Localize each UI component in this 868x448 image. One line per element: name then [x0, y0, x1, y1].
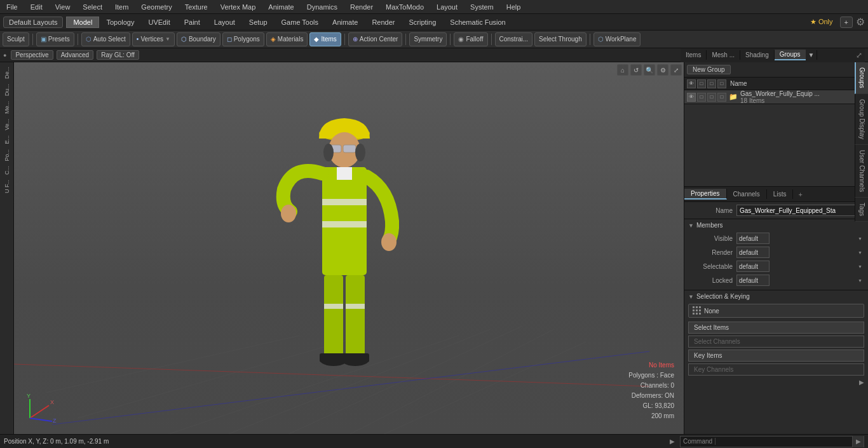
sel-keying-header[interactable]: ▼ Selection & Keying [688, 293, 864, 300]
menu-vertex-map[interactable]: Vertex Map [214, 2, 262, 12]
tab-uvedit[interactable]: UVEdit [141, 17, 177, 28]
left-tool-c[interactable]: C... [3, 164, 11, 177]
menu-view[interactable]: View [49, 2, 77, 12]
action-center-button[interactable]: ⊕ Action Center [348, 32, 403, 46]
left-tool-de[interactable]: De... [3, 65, 11, 81]
menu-help[interactable]: Help [500, 2, 527, 12]
mode-button[interactable]: Advanced [57, 50, 93, 60]
menu-select[interactable]: Select [76, 2, 109, 12]
item-sub-label: 18 Items [740, 97, 865, 104]
vtab-groups[interactable]: Groups [855, 62, 868, 94]
vertices-button[interactable]: • Vertices ▼ [132, 32, 175, 46]
tab-dropdown[interactable]: ▼ [806, 50, 818, 60]
new-group-button[interactable]: New Group [687, 65, 731, 74]
command-input[interactable] [715, 438, 852, 445]
members-header[interactable]: ▼ Members [688, 222, 864, 229]
tab-mesh[interactable]: Mesh ... [707, 50, 740, 60]
materials-button[interactable]: ◈ Materials [266, 32, 308, 46]
menu-animate[interactable]: Animate [262, 2, 300, 12]
boundary-button[interactable]: ⬡ Boundary [177, 32, 220, 46]
select-channels-button[interactable]: Select Channels [688, 336, 864, 348]
menu-item[interactable]: Item [109, 2, 135, 12]
menu-layout[interactable]: Layout [430, 2, 464, 12]
presets-button[interactable]: ▣ Presets [36, 32, 74, 46]
panel-expand-icon[interactable]: ⤢ [853, 50, 865, 61]
menu-texture[interactable]: Texture [179, 2, 214, 12]
viewport[interactable]: No Items Polygons : Face Channels: 0 Def… [14, 62, 684, 434]
select-items-button[interactable]: Select Items [688, 322, 864, 334]
tab-setup[interactable]: Setup [242, 17, 275, 28]
groups-list-item[interactable]: 👁 □ □ □ 📁 Gas_Worker_Fully_Equip ... 18 … [684, 90, 868, 104]
constrain-button[interactable]: Constrai... [495, 32, 533, 46]
vtab-tags[interactable]: Tags [855, 198, 868, 222]
bottom-expand-button[interactable]: ▶ [667, 438, 677, 445]
vtab-user-channels[interactable]: User Channels [855, 145, 868, 198]
menu-geometry[interactable]: Geometry [135, 2, 178, 12]
vp-home-button[interactable]: ⌂ [617, 64, 628, 76]
left-tool-e[interactable]: E... [3, 133, 11, 146]
add-layout-button[interactable]: + [840, 17, 853, 28]
menu-system[interactable]: System [464, 2, 500, 12]
left-tool-ve[interactable]: Ve... [3, 117, 11, 132]
viewport-canvas[interactable]: No Items Polygons : Face Channels: 0 Def… [14, 62, 684, 434]
tab-lists[interactable]: Lists [767, 189, 794, 199]
vp-fit-button[interactable]: ↺ [630, 64, 642, 76]
tab-groups[interactable]: Groups [775, 50, 806, 60]
sculpt-button[interactable]: Sculpt [3, 32, 29, 46]
vp-zoom-button[interactable]: 🔍 [644, 64, 655, 76]
tab-properties[interactable]: Properties [684, 189, 727, 200]
tab-layout[interactable]: Layout [207, 17, 242, 28]
select-through-button[interactable]: Select Through [534, 32, 587, 46]
key-channels-button[interactable]: Key Channels [688, 363, 864, 376]
vp-toggle[interactable]: ● [3, 52, 6, 58]
tab-items[interactable]: Items [681, 50, 707, 60]
falloff-button[interactable]: ◉ Falloff [454, 32, 487, 46]
menu-file[interactable]: File [0, 2, 24, 12]
tab-add[interactable]: + [794, 189, 806, 200]
items-button[interactable]: ◆ Items [309, 32, 341, 46]
tab-scripting[interactable]: Scripting [402, 17, 444, 28]
workplane-button[interactable]: ⬡ WorkPlane [593, 32, 641, 46]
default-layouts-dropdown[interactable]: Default Layouts [3, 17, 63, 28]
key-items-button[interactable]: Key Items [688, 350, 864, 362]
vtab-group-display[interactable]: Group Display [855, 94, 868, 145]
command-go-button[interactable]: ▶ [852, 436, 864, 447]
tab-channels[interactable]: Channels [727, 189, 767, 199]
tab-render[interactable]: Render [365, 17, 402, 28]
tab-shading[interactable]: Shading [740, 50, 775, 60]
polygons-button[interactable]: ◻ Polygons [222, 32, 264, 46]
left-tool-me[interactable]: Me... [3, 99, 11, 116]
symmetry-button[interactable]: Symmetry [409, 32, 447, 46]
projection-button[interactable]: Perspective [11, 50, 53, 60]
ray-gl-button[interactable]: Ray GL: Off [97, 50, 139, 60]
tab-game-tools[interactable]: Game Tools [275, 17, 326, 28]
vp-settings-button[interactable]: ⚙ [657, 64, 668, 76]
tab-topology[interactable]: Topology [99, 17, 141, 28]
menu-maxtomodo[interactable]: MaxToModo [379, 2, 430, 12]
menu-dynamics[interactable]: Dynamics [301, 2, 344, 12]
svg-line-0 [14, 364, 649, 386]
tab-animate[interactable]: Animate [325, 17, 365, 28]
locked-select[interactable]: default yes no [736, 275, 770, 286]
tab-paint[interactable]: Paint [177, 17, 207, 28]
symmetry-label: Symmetry [414, 36, 442, 43]
item-ctrl-2[interactable]: □ [707, 93, 716, 102]
item-ctrl-3[interactable]: □ [717, 93, 726, 102]
menu-edit[interactable]: Edit [24, 2, 49, 12]
none-button[interactable]: None [688, 304, 864, 318]
left-tool-du[interactable]: Du... [3, 82, 11, 98]
item-ctrl-1[interactable]: □ [697, 93, 706, 102]
left-tool-uf[interactable]: U F... [3, 178, 11, 195]
tab-schematic[interactable]: Schematic Fusion [443, 17, 512, 28]
auto-select-button[interactable]: ⬡ Auto Select [81, 32, 130, 46]
tab-model[interactable]: Model [66, 17, 99, 28]
selectable-select[interactable]: default yes no [736, 261, 770, 272]
menu-render[interactable]: Render [344, 2, 379, 12]
left-tool-po[interactable]: Po... [3, 147, 11, 163]
settings-icon[interactable]: ⚙ [856, 16, 865, 28]
visible-select[interactable]: default yes no [736, 233, 770, 244]
item-eye-icon[interactable]: 👁 [687, 93, 696, 102]
render-select[interactable]: default yes no [736, 247, 770, 258]
vp-maximize-button[interactable]: ⤢ [670, 64, 682, 76]
name-input[interactable] [736, 205, 864, 216]
